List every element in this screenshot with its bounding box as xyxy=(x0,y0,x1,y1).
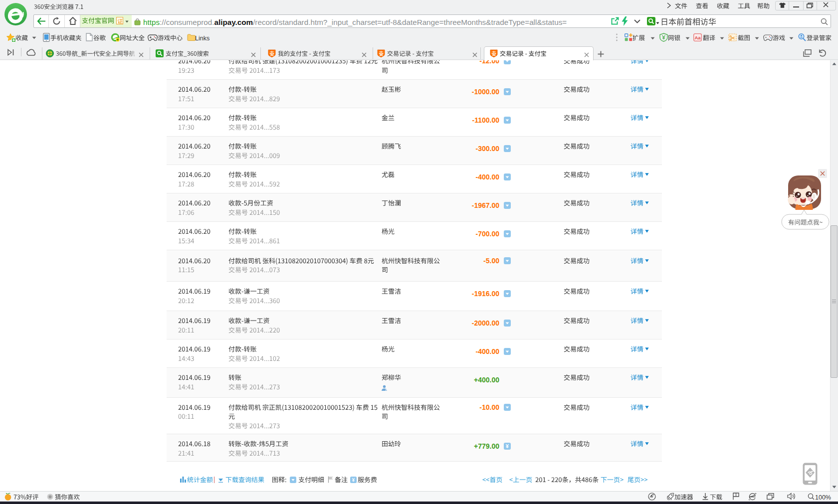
svg-text:Aa: Aa xyxy=(694,35,701,40)
